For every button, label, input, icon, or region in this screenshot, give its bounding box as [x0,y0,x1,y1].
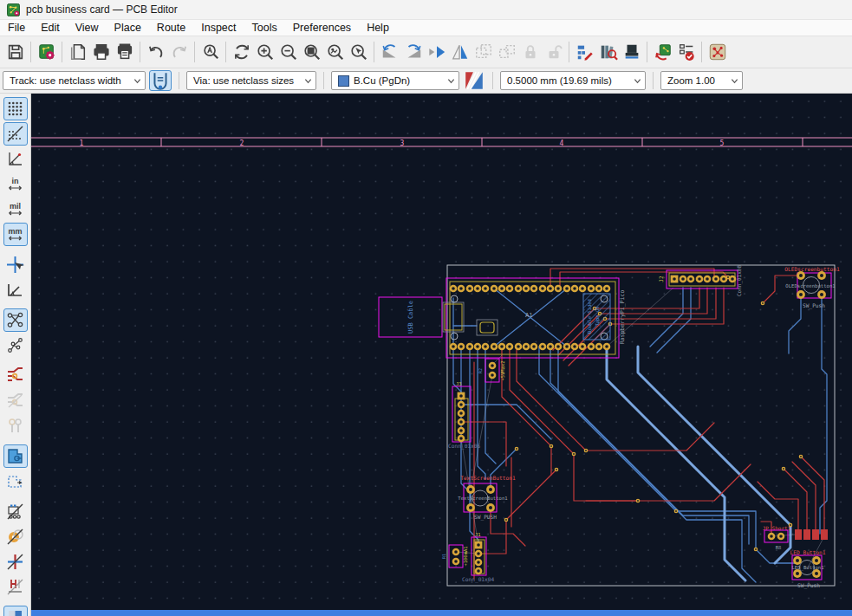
menu-edit[interactable]: Edit [33,21,68,35]
lock-icon [521,42,540,62]
ungroup-button[interactable] [495,41,518,64]
horizontal-scrollbar[interactable] [31,610,852,616]
unlock-button[interactable] [542,41,565,64]
hide-vias-button[interactable] [3,414,28,438]
grid-diagonal-button[interactable] [3,122,28,146]
show-ratsnest-button[interactable] [3,308,28,332]
ungroup-icon [498,42,517,62]
zoom-selection-icon [349,42,368,62]
auto-track-width-toggle[interactable] [149,70,172,91]
sketch-footprints-button[interactable] [3,500,28,523]
polar-coords-icon [6,150,24,168]
hide-ratsnest-nets-button[interactable] [3,389,28,412]
menu-view[interactable]: View [68,21,107,35]
zoom-in-button[interactable] [253,41,276,64]
sketch-tracks-button[interactable] [3,550,28,574]
units-mm-button[interactable]: mm [3,223,28,246]
update-pcb-from-schematic-button[interactable] [651,41,674,64]
title-bar: pcb business card — PCB Editor [0,0,852,20]
svg-text:5: 5 [720,139,725,147]
curved-ratsnest-icon [6,336,24,354]
zoom-select[interactable]: Zoom 1.00 [660,71,743,90]
auto-track-width-icon [150,70,171,91]
menu-route[interactable]: Route [149,21,193,35]
plugin-icon [708,42,727,62]
units-mm-icon: mm [6,225,24,243]
layer-pair-icon [464,70,485,91]
crosshair-cursor-button[interactable] [3,253,28,276]
j3-reference: J3 [456,381,462,386]
text-button-reference: TextScreenButton1 [460,475,516,481]
units-inches-button[interactable]: in [3,172,28,196]
zoom-out-button[interactable] [276,41,300,64]
redo-button[interactable] [167,41,191,64]
plot-button[interactable] [113,41,136,64]
oled-button-name: OLEDscreenbutton1 [785,283,835,289]
layer-select[interactable]: B.Cu (PgDn) [331,71,459,90]
menu-place[interactable]: Place [107,21,149,35]
hidden-nets-icon [6,392,24,410]
high-contrast-button[interactable] [3,606,28,616]
menu-file[interactable]: File [0,21,33,35]
rotate-ccw-button[interactable] [378,41,401,64]
mirror-button[interactable] [448,41,472,64]
track-width-select[interactable]: Track: use netclass width [3,71,146,90]
zoom-fit-icon [302,42,322,62]
via-size-select[interactable]: Via: use netclass sizes [186,71,316,90]
print-button[interactable] [89,41,113,64]
zones-filled-button[interactable] [3,444,28,468]
pico-reference: A1 [525,312,532,319]
limit-45-button[interactable] [3,278,28,302]
redo-icon [170,42,189,62]
find-button[interactable] [198,41,222,64]
library-search-icon [599,42,618,62]
zoom-to-fit-button[interactable] [300,41,323,64]
pcb-canvas[interactable]: 1 2 3 4 5 [31,94,852,616]
menu-inspect[interactable]: Inspect [193,21,244,35]
grid-select[interactable]: 0.5000 mm (19.69 mils) [500,71,646,90]
drawing-toolbar: Track: use netclass width Via: use netcl… [0,68,852,94]
group-button[interactable] [472,41,495,64]
lock-button[interactable] [518,41,542,64]
3d-viewer-icon [622,42,641,62]
sketch-pads-icon [6,528,24,546]
page-settings-button[interactable] [66,41,89,64]
flip-board-view-button[interactable] [425,41,448,64]
footprint-editor-button[interactable] [573,41,596,64]
menu-help[interactable]: Help [359,21,397,35]
units-mils-button[interactable]: mil [3,198,28,221]
zoom-objects-icon [326,42,345,62]
board-setup-button[interactable] [35,41,58,64]
sketch-pads-button[interactable] [3,525,28,548]
tape-zone: Double Sided Tape On [583,294,610,340]
grid-dots-button[interactable] [3,97,28,120]
menu-tools[interactable]: Tools [244,21,285,35]
svg-text:USB Cable: USB Cable [407,301,414,334]
footprint-browser-button[interactable] [596,41,620,64]
sketch-graphics-button[interactable] [3,575,28,599]
oled-button-reference: OLEDscreenbutton1 [784,266,840,272]
save-button[interactable] [3,41,27,64]
crosshair-cursor-icon [6,256,24,274]
layer-pair-toggle[interactable] [463,70,485,91]
curved-ratsnest-button[interactable] [3,334,28,357]
external-plugin-button[interactable] [706,41,729,64]
zones-outline-button[interactable] [3,470,28,493]
undo-button[interactable] [144,41,167,64]
chevron-down-icon [447,77,455,85]
drc-button[interactable] [674,41,698,64]
menu-preferences[interactable]: Preferences [285,21,359,35]
zoom-to-objects-button[interactable] [323,41,347,64]
polar-coordinates-button[interactable] [3,147,28,171]
rotate-cw-button[interactable] [401,41,425,64]
net-colors-button[interactable] [3,364,28,387]
3d-viewer-button[interactable] [620,41,643,64]
r2-reference: R2 [478,368,483,373]
board-setup-icon [37,42,56,62]
jp-value: R8 [776,545,782,550]
grid-dots-icon [6,100,24,118]
zoom-to-selection-button[interactable] [347,41,370,64]
high-contrast-icon [6,608,24,616]
refresh-view-button[interactable] [230,41,253,64]
led-button-value: SW_Push [797,582,820,589]
